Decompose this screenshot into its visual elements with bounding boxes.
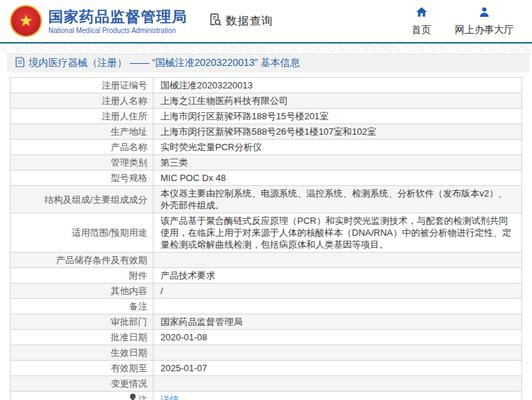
table-row: 注册人名称 上海之江生物医药科技有限公司 (11, 93, 522, 109)
row-value: 2025-01-07 (154, 361, 522, 376)
row-label: 备注 (11, 299, 154, 314)
breadcrumb: 境内医疗器械（注册） —— “国械注准20203220013” 基本信息 (7, 53, 529, 72)
row-label: 附件 (11, 268, 154, 284)
document-icon (15, 57, 29, 70)
nav-item-online-hall[interactable]: 网上办事大厅 (455, 6, 514, 36)
row-value (154, 299, 522, 314)
row-value: 上海之江生物医药科技有限公司 (154, 93, 522, 109)
breadcrumb-text: 境内医疗器械（注册） —— “国械注准20203220013” 基本信息 (29, 57, 300, 69)
home-icon (416, 6, 428, 24)
table-row: 注册证编号 国械注准20203220013 (11, 78, 522, 93)
row-label: 型号规格 (11, 171, 154, 186)
row-value: 该产品基于聚合酶链式反应原理（PCR）和实时荧光监测技术，与配套的检测试剂共同使… (154, 213, 522, 253)
table-row: 管理类别 第三类 (11, 155, 522, 171)
row-value (154, 253, 522, 268)
row-label: 结构及组成/主要组成成分 (11, 186, 154, 213)
row-label: 注册人名称 (11, 93, 154, 109)
data-query-tab[interactable]: 数据查询 (208, 13, 273, 29)
row-label: 审批部门 (11, 314, 154, 330)
registration-info-table: 注册证编号 国械注准20203220013 注册人名称 上海之江生物医药科技有限… (10, 77, 522, 400)
table-row: 批准日期 2020-01-08 (11, 330, 522, 345)
row-value: 实时荧光定量PCR分析仪 (154, 140, 522, 155)
row-value: / (154, 284, 522, 299)
table-row: 产品储存条件及有效期 (11, 253, 522, 268)
row-value: 详情 (154, 392, 522, 400)
site-title-cn: 国家药品监督管理局 (48, 8, 187, 25)
table-row: 其他内容 / (11, 284, 522, 299)
row-label: 其他内容 (11, 284, 154, 299)
detail-link[interactable]: 详情 (161, 394, 179, 400)
row-label: 生产地址 (11, 124, 154, 140)
row-label: 注册证编号 (11, 78, 154, 93)
row-label: 注册人住所 (11, 109, 154, 124)
row-value: 本仪器主要由控制系统、电源系统、温控系统、检测系统、分析软件（发布版本v2）、外… (154, 186, 522, 213)
row-label: 产品储存条件及有效期 (11, 253, 154, 268)
row-label: 注 (11, 392, 154, 400)
site-title-en: National Medical Products Administration (48, 27, 187, 34)
table-row: 型号规格 MIC POC Dx 48 (11, 171, 522, 186)
row-value: 上海市闵行区新骏环路188号15号楼201室 (154, 109, 522, 124)
row-value: 2020-01-08 (154, 330, 522, 345)
header-nav: 首页 网上办事大厅 (411, 6, 522, 36)
row-value (154, 345, 522, 361)
table-row: 变更情况 (11, 376, 522, 392)
table-row: 生产地址 上海市闵行区新骏环路588号26号楼1楼107室和102室 (11, 124, 522, 140)
row-value: MIC POC Dx 48 (154, 171, 522, 186)
row-label: 批准日期 (11, 330, 154, 345)
nav-label-online-hall: 网上办事大厅 (455, 24, 514, 36)
table-row: 生效日期 (11, 345, 522, 361)
table-row: 审批部门 国家药品监督管理局 (11, 314, 522, 330)
table-row-note: 注 详情 (11, 392, 522, 400)
table-row: 结构及组成/主要组成成分 本仪器主要由控制系统、电源系统、温控系统、检测系统、分… (11, 186, 522, 213)
hatched-strip (0, 44, 532, 52)
row-value (154, 376, 522, 392)
row-value: 国家药品监督管理局 (154, 314, 522, 330)
row-label: 生效日期 (11, 345, 154, 361)
table-row: 产品名称 实时荧光定量PCR分析仪 (11, 140, 522, 155)
table-row: 附件 产品技术要求 (11, 268, 522, 284)
note-label: 注 (138, 394, 147, 400)
doc-search-icon (208, 13, 226, 29)
table-row: 有效期至 2025-01-07 (11, 361, 522, 376)
page-header: ★ 国家药品监督管理局 National Medical Products Ad… (0, 0, 532, 42)
person-icon (479, 6, 490, 24)
row-label: 适用范围/预期用途 (11, 213, 154, 253)
row-value: 产品技术要求 (154, 268, 522, 284)
site-title: 国家药品监督管理局 National Medical Products Admi… (48, 8, 187, 34)
bulb-icon (129, 393, 137, 400)
row-label: 变更情况 (11, 376, 154, 392)
table-row: 注册人住所 上海市闵行区新骏环路188号15号楼201室 (11, 109, 522, 124)
nav-item-home[interactable]: 首页 (411, 6, 431, 36)
row-label: 有效期至 (11, 361, 154, 376)
row-value: 第三类 (154, 155, 522, 171)
emblem-star-icon: ★ (19, 13, 33, 29)
row-value: 国械注准20203220013 (154, 78, 522, 93)
table-row: 备注 (11, 299, 522, 314)
nmpa-logo national-emblem-icon: ★ (10, 5, 42, 37)
row-value: 上海市闵行区新骏环路588号26号楼1楼107室和102室 (154, 124, 522, 140)
row-label: 产品名称 (11, 140, 154, 155)
data-query-label: 数据查询 (226, 14, 273, 29)
table-row: 适用范围/预期用途 该产品基于聚合酶链式反应原理（PCR）和实时荧光监测技术，与… (11, 213, 522, 253)
row-label: 管理类别 (11, 155, 154, 171)
nav-label-home: 首页 (411, 24, 431, 36)
